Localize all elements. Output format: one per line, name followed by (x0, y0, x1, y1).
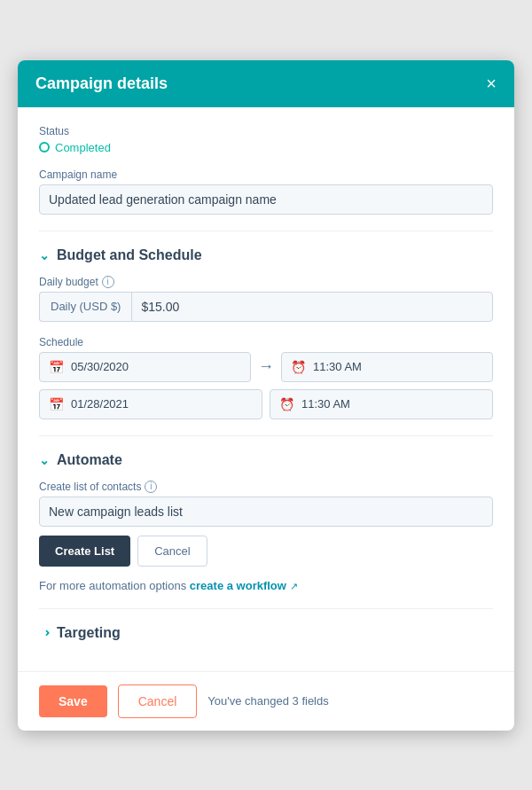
external-link-icon: ↗ (290, 581, 298, 591)
calendar-icon-end: 📅 (49, 397, 64, 411)
arrow-icon: → (258, 357, 274, 376)
workflow-link[interactable]: create a workflow (190, 579, 286, 592)
clock-icon-end: ⏰ (279, 397, 294, 411)
daily-budget-label: Daily budget i (39, 276, 493, 288)
create-list-button[interactable]: Create List (39, 536, 130, 567)
divider-3 (39, 608, 493, 609)
divider-2 (39, 435, 493, 436)
automate-section-header[interactable]: ⌄ Automate (39, 452, 493, 468)
end-date-value: 01/28/2021 (71, 397, 129, 411)
automation-note: For more automation options create a wor… (39, 579, 493, 592)
campaign-name-group: Campaign name (39, 168, 493, 215)
clock-icon-start: ⏰ (291, 360, 306, 374)
close-button[interactable]: × (486, 74, 497, 92)
budget-chevron-icon: ⌄ (39, 248, 50, 262)
end-time-input[interactable]: ⏰ 11:30 AM (270, 389, 493, 419)
budget-schedule-section-header[interactable]: ⌄ Budget and Schedule (39, 247, 493, 263)
status-group: Status Completed (39, 125, 493, 154)
schedule-group: Schedule 📅 05/30/2020 → ⏰ 11:30 AM 📅 01/… (39, 336, 493, 419)
end-date-input[interactable]: 📅 01/28/2021 (39, 389, 262, 419)
status-value: Completed (55, 141, 111, 154)
start-date-value: 05/30/2020 (71, 360, 129, 373)
save-button[interactable]: Save (39, 685, 107, 717)
campaign-name-input[interactable] (39, 184, 493, 215)
start-date-input[interactable]: 📅 05/30/2020 (39, 352, 251, 382)
list-action-buttons: Create List Cancel (39, 536, 493, 567)
contacts-label: Create list of contacts i (39, 481, 493, 493)
status-label: Status (39, 125, 493, 137)
modal-header: Campaign details × (18, 60, 514, 107)
contacts-list-group: Create list of contacts i Create List Ca… (39, 481, 493, 592)
daily-budget-group: Daily budget i Daily (USD $) (39, 276, 493, 322)
divider-1 (39, 231, 493, 231)
changed-fields-text: You've changed 3 fields (207, 694, 328, 708)
budget-currency-label: Daily (USD $) (39, 292, 131, 322)
targeting-chevron-icon: ⌄ (37, 628, 51, 638)
targeting-section-header[interactable]: ⌄ Targeting (39, 625, 493, 641)
start-time-value: 11:30 AM (313, 360, 362, 373)
modal-body: Status Completed Campaign name ⌄ Budget … (18, 107, 514, 671)
automate-title: Automate (57, 452, 122, 468)
contacts-list-input[interactable] (39, 497, 493, 527)
campaign-details-modal: Campaign details × Status Completed Camp… (18, 60, 514, 731)
cancel-list-button[interactable]: Cancel (137, 536, 207, 567)
targeting-title: Targeting (57, 625, 121, 641)
campaign-name-label: Campaign name (39, 168, 493, 181)
schedule-end-row: 📅 01/28/2021 ⏰ 11:30 AM (39, 389, 493, 419)
calendar-icon: 📅 (49, 360, 64, 374)
budget-schedule-title: Budget and Schedule (57, 247, 202, 263)
modal-title: Campaign details (35, 74, 168, 93)
modal-footer: Save Cancel You've changed 3 fields (18, 671, 514, 731)
schedule-label: Schedule (39, 336, 493, 348)
start-time-input[interactable]: ⏰ 11:30 AM (281, 352, 493, 382)
automate-chevron-icon: ⌄ (39, 453, 50, 467)
budget-row: Daily (USD $) (39, 292, 493, 322)
contacts-info-icon[interactable]: i (145, 481, 157, 493)
budget-amount-input[interactable] (131, 292, 493, 322)
daily-budget-info-icon[interactable]: i (102, 276, 114, 288)
end-time-value: 11:30 AM (301, 397, 350, 411)
cancel-footer-button[interactable]: Cancel (118, 684, 198, 718)
status-row: Completed (39, 141, 493, 154)
status-dot-icon (39, 142, 50, 153)
schedule-start-row: 📅 05/30/2020 → ⏰ 11:30 AM (39, 352, 493, 382)
